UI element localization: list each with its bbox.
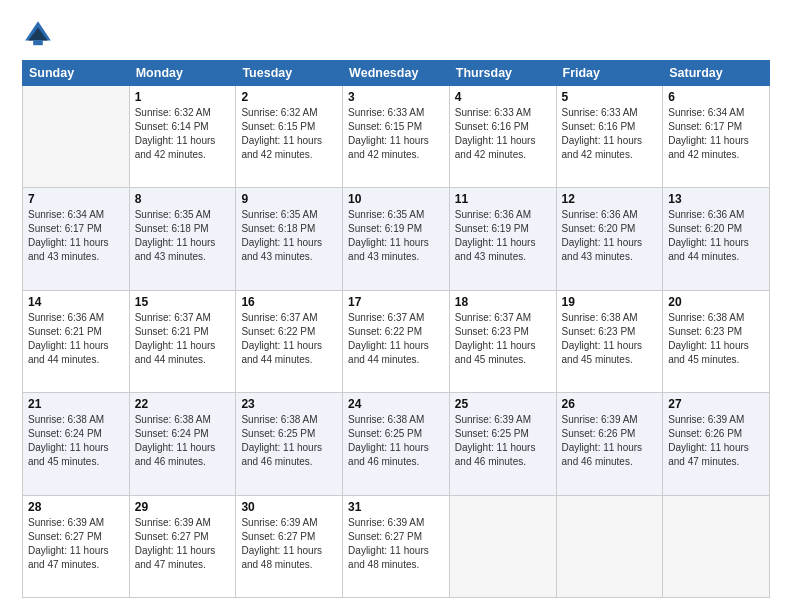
day-info: Sunrise: 6:39 AMSunset: 6:25 PMDaylight:… — [455, 413, 551, 469]
day-number: 20 — [668, 295, 764, 309]
day-info: Sunrise: 6:37 AMSunset: 6:22 PMDaylight:… — [348, 311, 444, 367]
day-info: Sunrise: 6:38 AMSunset: 6:25 PMDaylight:… — [241, 413, 337, 469]
day-info: Sunrise: 6:37 AMSunset: 6:23 PMDaylight:… — [455, 311, 551, 367]
calendar-cell: 22Sunrise: 6:38 AMSunset: 6:24 PMDayligh… — [129, 393, 236, 495]
day-info: Sunrise: 6:39 AMSunset: 6:26 PMDaylight:… — [562, 413, 658, 469]
day-header-monday: Monday — [129, 61, 236, 86]
day-info: Sunrise: 6:34 AMSunset: 6:17 PMDaylight:… — [28, 208, 124, 264]
calendar-cell: 21Sunrise: 6:38 AMSunset: 6:24 PMDayligh… — [23, 393, 130, 495]
day-info: Sunrise: 6:39 AMSunset: 6:27 PMDaylight:… — [241, 516, 337, 572]
day-number: 18 — [455, 295, 551, 309]
day-info: Sunrise: 6:39 AMSunset: 6:27 PMDaylight:… — [348, 516, 444, 572]
calendar-table: SundayMondayTuesdayWednesdayThursdayFrid… — [22, 60, 770, 598]
calendar-cell: 1Sunrise: 6:32 AMSunset: 6:14 PMDaylight… — [129, 86, 236, 188]
calendar-cell: 4Sunrise: 6:33 AMSunset: 6:16 PMDaylight… — [449, 86, 556, 188]
calendar-cell: 6Sunrise: 6:34 AMSunset: 6:17 PMDaylight… — [663, 86, 770, 188]
logo-icon — [22, 18, 54, 50]
calendar-cell: 5Sunrise: 6:33 AMSunset: 6:16 PMDaylight… — [556, 86, 663, 188]
day-info: Sunrise: 6:38 AMSunset: 6:24 PMDaylight:… — [28, 413, 124, 469]
calendar-cell: 30Sunrise: 6:39 AMSunset: 6:27 PMDayligh… — [236, 495, 343, 597]
calendar-cell: 18Sunrise: 6:37 AMSunset: 6:23 PMDayligh… — [449, 290, 556, 392]
week-row-3: 14Sunrise: 6:36 AMSunset: 6:21 PMDayligh… — [23, 290, 770, 392]
calendar-cell: 10Sunrise: 6:35 AMSunset: 6:19 PMDayligh… — [343, 188, 450, 290]
day-info: Sunrise: 6:36 AMSunset: 6:20 PMDaylight:… — [562, 208, 658, 264]
day-number: 13 — [668, 192, 764, 206]
calendar-cell — [23, 86, 130, 188]
week-row-2: 7Sunrise: 6:34 AMSunset: 6:17 PMDaylight… — [23, 188, 770, 290]
day-info: Sunrise: 6:33 AMSunset: 6:16 PMDaylight:… — [455, 106, 551, 162]
day-info: Sunrise: 6:35 AMSunset: 6:18 PMDaylight:… — [135, 208, 231, 264]
day-number: 8 — [135, 192, 231, 206]
calendar-cell: 13Sunrise: 6:36 AMSunset: 6:20 PMDayligh… — [663, 188, 770, 290]
week-row-4: 21Sunrise: 6:38 AMSunset: 6:24 PMDayligh… — [23, 393, 770, 495]
day-number: 28 — [28, 500, 124, 514]
calendar-cell: 27Sunrise: 6:39 AMSunset: 6:26 PMDayligh… — [663, 393, 770, 495]
day-number: 26 — [562, 397, 658, 411]
calendar-cell: 20Sunrise: 6:38 AMSunset: 6:23 PMDayligh… — [663, 290, 770, 392]
calendar-cell — [449, 495, 556, 597]
calendar-cell: 9Sunrise: 6:35 AMSunset: 6:18 PMDaylight… — [236, 188, 343, 290]
week-row-1: 1Sunrise: 6:32 AMSunset: 6:14 PMDaylight… — [23, 86, 770, 188]
day-number: 11 — [455, 192, 551, 206]
day-number: 7 — [28, 192, 124, 206]
day-info: Sunrise: 6:38 AMSunset: 6:24 PMDaylight:… — [135, 413, 231, 469]
day-number: 12 — [562, 192, 658, 206]
day-number: 10 — [348, 192, 444, 206]
calendar-cell: 31Sunrise: 6:39 AMSunset: 6:27 PMDayligh… — [343, 495, 450, 597]
day-info: Sunrise: 6:32 AMSunset: 6:15 PMDaylight:… — [241, 106, 337, 162]
day-header-thursday: Thursday — [449, 61, 556, 86]
calendar-cell: 14Sunrise: 6:36 AMSunset: 6:21 PMDayligh… — [23, 290, 130, 392]
day-info: Sunrise: 6:36 AMSunset: 6:19 PMDaylight:… — [455, 208, 551, 264]
day-header-saturday: Saturday — [663, 61, 770, 86]
day-info: Sunrise: 6:38 AMSunset: 6:23 PMDaylight:… — [562, 311, 658, 367]
day-number: 21 — [28, 397, 124, 411]
day-info: Sunrise: 6:35 AMSunset: 6:18 PMDaylight:… — [241, 208, 337, 264]
day-info: Sunrise: 6:39 AMSunset: 6:26 PMDaylight:… — [668, 413, 764, 469]
day-info: Sunrise: 6:36 AMSunset: 6:20 PMDaylight:… — [668, 208, 764, 264]
calendar-cell: 24Sunrise: 6:38 AMSunset: 6:25 PMDayligh… — [343, 393, 450, 495]
calendar-cell: 2Sunrise: 6:32 AMSunset: 6:15 PMDaylight… — [236, 86, 343, 188]
day-number: 17 — [348, 295, 444, 309]
day-number: 23 — [241, 397, 337, 411]
calendar-cell: 16Sunrise: 6:37 AMSunset: 6:22 PMDayligh… — [236, 290, 343, 392]
calendar-cell: 8Sunrise: 6:35 AMSunset: 6:18 PMDaylight… — [129, 188, 236, 290]
calendar-cell: 19Sunrise: 6:38 AMSunset: 6:23 PMDayligh… — [556, 290, 663, 392]
calendar-cell: 7Sunrise: 6:34 AMSunset: 6:17 PMDaylight… — [23, 188, 130, 290]
calendar-cell: 26Sunrise: 6:39 AMSunset: 6:26 PMDayligh… — [556, 393, 663, 495]
svg-rect-2 — [33, 40, 43, 45]
calendar-cell: 15Sunrise: 6:37 AMSunset: 6:21 PMDayligh… — [129, 290, 236, 392]
day-number: 31 — [348, 500, 444, 514]
header — [22, 18, 770, 50]
day-info: Sunrise: 6:32 AMSunset: 6:14 PMDaylight:… — [135, 106, 231, 162]
calendar-cell: 3Sunrise: 6:33 AMSunset: 6:15 PMDaylight… — [343, 86, 450, 188]
day-number: 30 — [241, 500, 337, 514]
week-row-5: 28Sunrise: 6:39 AMSunset: 6:27 PMDayligh… — [23, 495, 770, 597]
logo — [22, 18, 58, 50]
calendar-cell: 29Sunrise: 6:39 AMSunset: 6:27 PMDayligh… — [129, 495, 236, 597]
day-number: 19 — [562, 295, 658, 309]
day-info: Sunrise: 6:33 AMSunset: 6:15 PMDaylight:… — [348, 106, 444, 162]
day-info: Sunrise: 6:37 AMSunset: 6:21 PMDaylight:… — [135, 311, 231, 367]
calendar-cell: 28Sunrise: 6:39 AMSunset: 6:27 PMDayligh… — [23, 495, 130, 597]
day-header-friday: Friday — [556, 61, 663, 86]
day-number: 27 — [668, 397, 764, 411]
page: SundayMondayTuesdayWednesdayThursdayFrid… — [0, 0, 792, 612]
calendar-cell: 17Sunrise: 6:37 AMSunset: 6:22 PMDayligh… — [343, 290, 450, 392]
calendar-header-row: SundayMondayTuesdayWednesdayThursdayFrid… — [23, 61, 770, 86]
day-info: Sunrise: 6:37 AMSunset: 6:22 PMDaylight:… — [241, 311, 337, 367]
day-number: 22 — [135, 397, 231, 411]
day-number: 5 — [562, 90, 658, 104]
day-number: 3 — [348, 90, 444, 104]
day-info: Sunrise: 6:39 AMSunset: 6:27 PMDaylight:… — [28, 516, 124, 572]
calendar-cell: 23Sunrise: 6:38 AMSunset: 6:25 PMDayligh… — [236, 393, 343, 495]
calendar-cell: 11Sunrise: 6:36 AMSunset: 6:19 PMDayligh… — [449, 188, 556, 290]
day-number: 24 — [348, 397, 444, 411]
day-info: Sunrise: 6:36 AMSunset: 6:21 PMDaylight:… — [28, 311, 124, 367]
calendar-cell: 12Sunrise: 6:36 AMSunset: 6:20 PMDayligh… — [556, 188, 663, 290]
day-number: 1 — [135, 90, 231, 104]
day-info: Sunrise: 6:38 AMSunset: 6:23 PMDaylight:… — [668, 311, 764, 367]
day-number: 25 — [455, 397, 551, 411]
calendar-cell: 25Sunrise: 6:39 AMSunset: 6:25 PMDayligh… — [449, 393, 556, 495]
day-number: 6 — [668, 90, 764, 104]
calendar-cell — [556, 495, 663, 597]
